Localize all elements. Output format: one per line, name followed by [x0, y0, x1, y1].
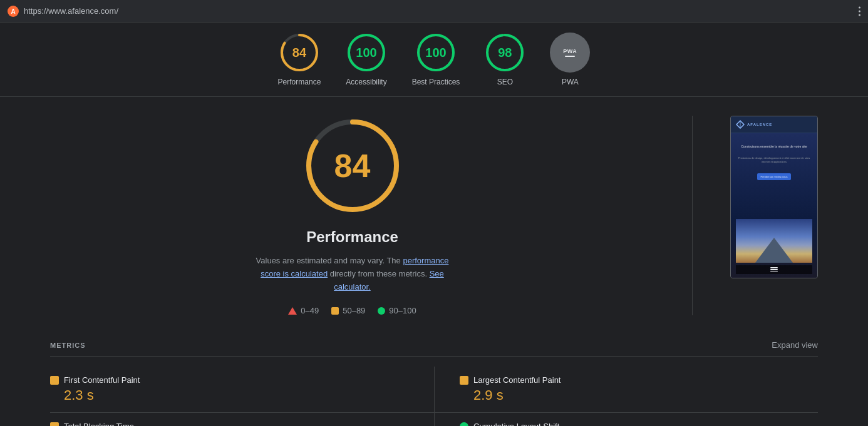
average-icon	[331, 307, 339, 315]
favicon-icon: A	[8, 6, 19, 17]
legend-item-good: 90–100	[378, 306, 416, 315]
big-score-value: 84	[334, 147, 371, 185]
screenshot-header: AFALENCE	[731, 116, 817, 133]
screenshot-mountain-image	[736, 219, 812, 263]
score-item-accessibility[interactable]: 100 Accessibility	[346, 33, 386, 86]
main-content: 84 Performance Values are estimated and …	[0, 97, 868, 334]
pwa-label-top: PWA	[563, 48, 577, 54]
score-item-seo[interactable]: 98 SEO	[485, 33, 525, 86]
svg-text:A: A	[11, 8, 15, 15]
score-item-pwa[interactable]: PWA PWA	[550, 33, 590, 86]
metrics-section-title: METRICS	[50, 342, 86, 349]
site-logo-icon	[736, 120, 745, 129]
seo-score-value: 98	[498, 46, 512, 60]
vertical-divider	[692, 116, 693, 315]
score-circle-best-practices: 100	[416, 33, 456, 73]
screenshot-cta-button: Prendre un rendez-vous	[757, 173, 792, 180]
metrics-header: METRICS Expand view	[50, 334, 818, 356]
browser-bar: A https://www.afalence.com/	[0, 0, 868, 23]
hamburger-icon	[770, 267, 778, 272]
score-item-performance[interactable]: 84 Performance	[278, 33, 321, 86]
scores-bar: 84 Performance 100 Accessibility 100 Bes…	[0, 23, 868, 97]
good-icon	[378, 307, 385, 315]
metric-fcp-label: First Contentful Paint	[64, 375, 140, 385]
metric-lcp-name-row: Largest Contentful Paint	[460, 375, 818, 385]
metrics-divider	[50, 356, 818, 357]
average-range: 50–89	[343, 306, 365, 315]
left-panel: 84 Performance Values are estimated and …	[50, 116, 654, 315]
screenshot-headline: Construisons ensemble la réussite de vot…	[736, 145, 812, 149]
score-circle-seo: 98	[485, 33, 525, 73]
metric-fcp-value: 2.3 s	[50, 387, 409, 403]
accessibility-score-label: Accessibility	[346, 78, 386, 86]
metric-cls-indicator	[460, 422, 468, 426]
metric-tbt-indicator	[50, 422, 59, 426]
metrics-section: METRICS Expand view First Contentful Pai…	[0, 334, 868, 426]
metrics-grid: First Contentful Paint 2.3 s Largest Con…	[50, 367, 818, 426]
best-practices-score-value: 100	[425, 46, 446, 60]
accessibility-score-value: 100	[356, 46, 376, 60]
best-practices-score-label: Best Practices	[412, 78, 460, 86]
fail-range: 0–49	[301, 306, 319, 315]
metric-lcp-value: 2.9 s	[460, 387, 818, 403]
metric-lcp-indicator	[460, 376, 468, 385]
metric-fcp: First Contentful Paint 2.3 s	[50, 367, 434, 413]
metric-cls-label: Cumulative Layout Shift	[473, 422, 559, 426]
description-text-1: Values are estimated and may vary. The	[256, 256, 403, 265]
pwa-score-label: PWA	[562, 78, 579, 86]
main-perf-title: Performance	[306, 228, 398, 246]
metric-cls-name-row: Cumulative Layout Shift	[460, 422, 818, 426]
score-circle-pwa: PWA	[550, 33, 590, 73]
screenshot-body: Construisons ensemble la réussite de vot…	[731, 133, 817, 278]
good-range: 90–100	[389, 306, 416, 315]
legend-item-average: 50–89	[331, 306, 365, 315]
metric-fcp-name-row: First Contentful Paint	[50, 375, 409, 385]
description-text-2: directly from these metrics.	[328, 269, 430, 278]
right-panel: AFALENCE Construisons ensemble la réussi…	[730, 116, 818, 278]
screenshot-subtext: Prestations de design, développement et …	[736, 156, 812, 163]
metric-lcp: Largest Contentful Paint 2.9 s	[434, 367, 818, 413]
metric-lcp-label: Largest Contentful Paint	[473, 375, 561, 385]
performance-score-value: 84	[292, 46, 306, 60]
browser-url: https://www.afalence.com/	[24, 6, 118, 16]
metric-tbt-label: Total Blocking Time	[64, 422, 134, 426]
site-screenshot: AFALENCE Construisons ensemble la réussi…	[730, 116, 818, 278]
metric-cls: Cumulative Layout Shift 0.028	[434, 413, 818, 426]
pwa-dash	[565, 56, 575, 57]
screenshot-site-name: AFALENCE	[747, 123, 772, 126]
metric-tbt-name-row: Total Blocking Time	[50, 422, 409, 426]
score-circle-accessibility: 100	[346, 33, 386, 73]
legend: 0–49 50–89 90–100	[288, 306, 416, 315]
browser-menu-icon[interactable]	[859, 6, 860, 16]
screenshot-nav-bar	[736, 265, 812, 274]
perf-description: Values are estimated and may vary. The p…	[246, 255, 459, 293]
score-circle-performance: 84	[279, 33, 319, 73]
metric-fcp-indicator	[50, 376, 59, 385]
seo-score-label: SEO	[497, 78, 513, 86]
expand-view-button[interactable]: Expand view	[772, 340, 818, 350]
metric-tbt: Total Blocking Time 350 ms	[50, 413, 434, 426]
performance-score-label: Performance	[278, 78, 321, 86]
legend-item-fail: 0–49	[288, 306, 319, 315]
fail-icon	[288, 307, 297, 315]
big-gauge: 84	[302, 116, 403, 216]
score-item-best-practices[interactable]: 100 Best Practices	[412, 33, 460, 86]
